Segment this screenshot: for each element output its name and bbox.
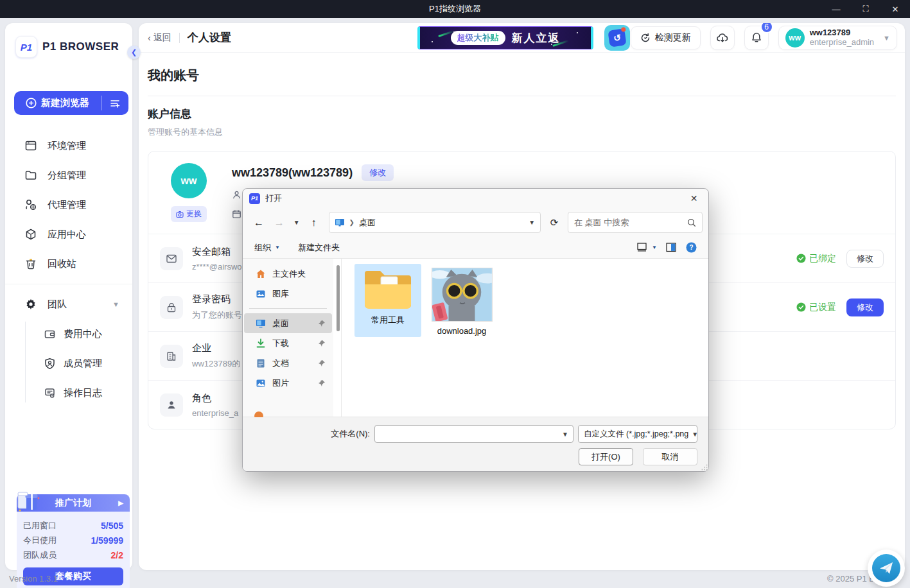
- stat-team-members: 团队成员 2/2: [23, 548, 123, 562]
- sidebar-item-logs[interactable]: 操作日志: [5, 378, 132, 408]
- bell-icon: [750, 31, 763, 44]
- shield-user-icon: [44, 358, 56, 370]
- view-mode-button[interactable]: ▼: [637, 243, 657, 252]
- sidebar-item-downloads[interactable]: 下载: [244, 333, 332, 353]
- sidebar-item-label: 操作日志: [64, 387, 102, 399]
- breadcrumb-location[interactable]: 桌面: [359, 217, 376, 229]
- back-button[interactable]: ‹ 返回: [148, 32, 171, 44]
- telegram-float-button[interactable]: [868, 549, 905, 587]
- calendar-icon: [232, 209, 241, 219]
- camera-icon: [176, 211, 184, 218]
- address-bar[interactable]: ❯ 桌面 ▼: [329, 212, 541, 233]
- user-name: ww123789: [810, 28, 874, 38]
- user-menu[interactable]: ww ww123789 enterprise_admin ▼: [778, 26, 897, 50]
- help-button[interactable]: ?: [686, 242, 697, 253]
- gallery-icon: [256, 289, 266, 299]
- section-title: 账户信息: [148, 107, 896, 121]
- view-icon: [637, 243, 648, 252]
- notifications-button[interactable]: 6: [744, 26, 769, 50]
- sidebar-item-desktop[interactable]: 桌面: [244, 313, 332, 333]
- sidebar-item-proxy[interactable]: 代理管理: [5, 190, 132, 220]
- chevron-down-icon: ▼: [688, 431, 697, 438]
- cancel-button[interactable]: 取消: [643, 448, 697, 465]
- address-dropdown-chevron[interactable]: ▼: [529, 219, 535, 226]
- nav-history-chevron[interactable]: ▼: [292, 219, 302, 226]
- edit-name-button[interactable]: 修改: [362, 164, 394, 181]
- nav-up-button[interactable]: ↑: [306, 217, 322, 229]
- dialog-title: 打开: [265, 193, 282, 204]
- rotate-arrow-icon: ↺: [608, 28, 626, 47]
- minimize-button[interactable]: —: [821, 0, 851, 18]
- desktop-icon: [256, 319, 266, 328]
- download-center-button[interactable]: [710, 26, 735, 50]
- organize-menu[interactable]: 组织▼: [254, 242, 280, 254]
- preview-pane-button[interactable]: [666, 243, 677, 252]
- check-update-button[interactable]: 检测更新: [631, 26, 701, 49]
- resize-grip[interactable]: [701, 464, 708, 471]
- change-avatar-button[interactable]: 更换: [171, 206, 207, 222]
- filename-input[interactable]: [375, 429, 557, 439]
- file-tile-folder[interactable]: 常用工具: [354, 264, 421, 337]
- sidebar-item-documents[interactable]: 文档: [244, 353, 332, 373]
- edit-password-button[interactable]: 修改: [846, 298, 884, 316]
- proxy-globe-icon: [24, 198, 37, 211]
- open-file-dialog: P1 打开 ✕ ← → ▼ ↑ ❯ 桌面 ▼ ⟳ 组织▼ 新建文件夹 ▼: [242, 188, 709, 472]
- arrow-right-icon: ▶: [118, 499, 123, 506]
- sidebar-item-label: 分组管理: [48, 169, 86, 182]
- envelope-icon: [166, 253, 177, 264]
- chevron-down-icon[interactable]: ▼: [557, 431, 573, 438]
- sidebar-item-gallery[interactable]: 图库: [244, 284, 332, 304]
- dialog-toolbar: 组织▼ 新建文件夹 ▼ ?: [243, 237, 708, 258]
- new-folder-button[interactable]: 新建文件夹: [298, 242, 340, 254]
- nav-back-button[interactable]: ←: [250, 217, 267, 229]
- sidebar-item-groups[interactable]: 分组管理: [5, 160, 132, 190]
- search-input[interactable]: [574, 218, 687, 227]
- sidebar-item-members[interactable]: 成员管理: [5, 349, 132, 378]
- nav-forward-button[interactable]: →: [271, 217, 288, 229]
- trash-icon: [24, 257, 37, 270]
- filename-combo[interactable]: ▼: [374, 425, 573, 443]
- window-icon: [24, 139, 37, 152]
- sidebar-item-environment[interactable]: 环境管理: [5, 131, 132, 160]
- section-subtitle: 管理账号的基本信息: [148, 126, 896, 138]
- close-button[interactable]: ✕: [880, 0, 910, 18]
- sidebar-nav: 环境管理 分组管理 代理管理 应用中心 回收站 团队 ▼ 费用中心: [5, 131, 132, 408]
- divider: [5, 284, 132, 284]
- promo-banner[interactable]: 超级大补贴 新人立返: [417, 26, 593, 49]
- open-button[interactable]: 打开(O): [579, 448, 633, 465]
- brand: P1 P1 BROWSER: [5, 23, 132, 58]
- sidebar-item-label: 费用中心: [64, 328, 102, 340]
- sidebar-collapse-button[interactable]: ❮: [127, 46, 141, 59]
- import-browser-button[interactable]: [101, 98, 128, 109]
- plus-circle-icon: [26, 98, 37, 108]
- document-icon: [256, 358, 266, 368]
- pin-icon: [318, 359, 326, 367]
- file-tile-image[interactable]: download.jpg: [428, 264, 495, 337]
- breadcrumb-separator: ❯: [349, 219, 354, 226]
- app-logo-button[interactable]: ↺: [604, 25, 630, 51]
- gift-boxes-icon: [14, 485, 44, 515]
- search-box[interactable]: [568, 212, 703, 233]
- sidebar-item-appcenter[interactable]: 应用中心: [5, 220, 132, 249]
- p1-logo-icon: P1: [15, 36, 37, 58]
- banner-text: 新人立返: [512, 31, 561, 46]
- sidebar-item-team[interactable]: 团队 ▼: [5, 290, 132, 319]
- refresh-button[interactable]: ⟳: [545, 212, 564, 233]
- pin-icon: [318, 340, 326, 347]
- refresh-icon: [640, 33, 651, 43]
- sidebar-item-recycle[interactable]: 回收站: [5, 249, 132, 279]
- caret-down-icon: ▼: [275, 245, 280, 250]
- new-browser-button[interactable]: 新建浏览器: [14, 91, 128, 115]
- dialog-close-button[interactable]: ✕: [679, 189, 708, 208]
- sidebar-item-home[interactable]: 主文件夹: [244, 264, 332, 284]
- download-icon: [256, 338, 266, 349]
- filetype-select[interactable]: 自定义文件 (*.jpg;*.jpeg;*.png ▼: [578, 425, 697, 443]
- sidebar-item-label: 应用中心: [48, 229, 86, 241]
- scrollbar-thumb[interactable]: [337, 265, 340, 331]
- check-circle-icon: [796, 302, 806, 312]
- edit-email-button[interactable]: 修改: [846, 250, 884, 268]
- stat-used-windows: 已用窗口 5/505: [23, 518, 123, 533]
- sidebar-item-pictures[interactable]: 图片: [244, 373, 332, 393]
- maximize-button[interactable]: ⛶: [851, 0, 880, 18]
- sidebar-item-billing[interactable]: 费用中心: [5, 319, 132, 349]
